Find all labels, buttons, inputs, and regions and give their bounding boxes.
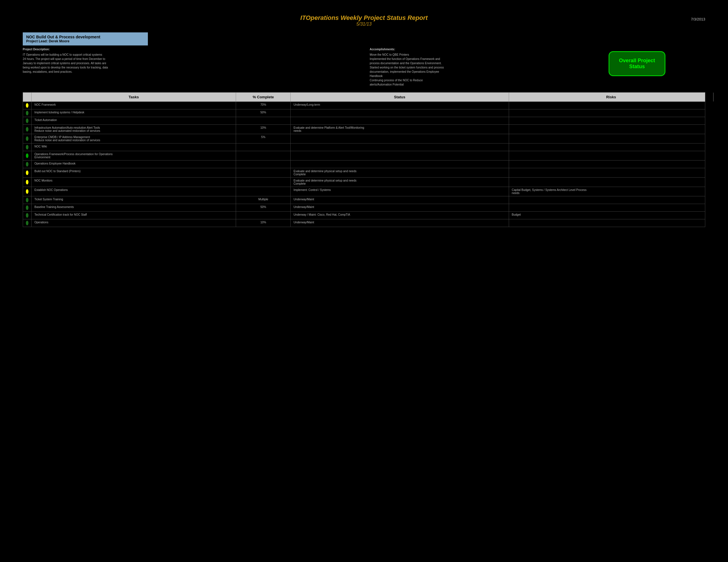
status-dot [26,180,28,185]
task-complete: 5% [236,134,291,143]
indicator-cell [23,134,32,143]
indicator-cell [23,212,32,219]
task-status [291,117,509,125]
page-header: ITOperations Weekly Project Status Repor… [6,6,722,27]
indicator-cell [23,109,32,117]
task-risks [509,161,713,168]
page-subtitle: 5/31/13 [6,22,722,27]
task-status: Underway / Maint- Cisco, Red Hat, CompTI… [291,212,509,219]
indicator-cell [23,102,32,109]
tasks-wrapper: Tasks % Complete Status Risks NOC Framew… [23,92,705,227]
header-risks: Risks [509,93,713,101]
task-complete [236,212,291,219]
tasks-table-header: Tasks % Complete Status Risks [23,92,705,102]
task-status: Evaluate and determine physical setup an… [291,178,509,187]
status-dot [26,154,28,158]
task-name: NOC Framework [32,102,236,109]
task-status: Evaluate and determine Platform & Alert … [291,125,509,134]
page-title: ITOperations Weekly Project Status Repor… [6,14,722,22]
indicator-cell [23,187,32,196]
project-lead-label: Project Lead: [26,39,48,43]
task-status: Evaluate and determine physical setup an… [291,168,509,177]
table-row: Ticket System Training Multiple Underway… [23,196,705,204]
task-risks [509,204,713,212]
task-complete: Multiple [236,196,291,204]
project-lead: Project Lead: Derek Moore [26,39,144,43]
task-complete [236,117,291,125]
task-name: Operations [32,219,236,227]
task-risks [509,117,713,125]
table-row: Establish NOC Operations Implement: Cont… [23,187,705,196]
table-row: Baseline Training Assessments 50% Underw… [23,204,705,212]
task-complete [236,151,291,160]
task-status: Implement: Control / Systems [291,187,509,196]
task-name: NOC Wiki [32,144,236,151]
task-risks [509,125,713,134]
task-name: NOC Monitors [32,178,236,187]
task-complete: 70% [236,102,291,109]
task-name: Technical Certification track for NOC St… [32,212,236,219]
indicator-cell [23,125,32,134]
task-complete: 50% [236,109,291,117]
status-dot [26,136,28,141]
table-row: Operations Framework/Process documentati… [23,151,705,161]
table-row: Technical Certification track for NOC St… [23,212,705,219]
task-complete [236,178,291,187]
indicator-cell [23,178,32,187]
header-tasks: Tasks [32,93,236,101]
content-area: Project Description: IT Operations will … [23,47,705,87]
task-status [291,151,509,160]
task-risks [509,109,713,117]
indicator-cell [23,144,32,151]
status-dot [26,111,28,115]
table-row: NOC Monitors Evaluate and determine phys… [23,178,705,187]
task-name: Operations Employee Handbook [32,161,236,168]
task-complete [236,168,291,177]
status-dot [26,213,28,218]
task-risks [509,196,713,204]
table-row: Operations 10% Underway/Maint [23,219,705,227]
status-dot [26,206,28,210]
project-lead-name: Derek Moore [49,39,69,43]
status-dot [26,221,28,225]
task-status [291,161,509,168]
status-dot [26,198,28,202]
status-dot [26,127,28,132]
table-row: Operations Employee Handbook [23,161,705,168]
description-label: Project Description: [23,47,358,51]
indicator-cell [23,204,32,212]
task-complete [236,187,291,196]
status-dot [26,103,28,108]
task-risks: Budget [509,212,713,219]
task-status [291,144,509,151]
status-dot [26,119,28,123]
table-row: NOC Framework 70% Underway/Long-term [23,102,705,109]
task-name: Infrastructure Automation/Auto-resolutio… [32,125,236,134]
task-risks: Capital Budget, Systems / Systems Archit… [509,187,713,196]
overall-status-badge: Overall Project Status [609,51,665,76]
task-risks [509,168,713,177]
task-name: Implement ticketing systems / Helpdesk [32,109,236,117]
task-name: Build out NOC to Standard (Printers) [32,168,236,177]
task-risks [509,144,713,151]
task-complete: 10% [236,125,291,134]
task-risks [509,178,713,187]
indicator-cell [23,168,32,177]
task-complete: 50% [236,204,291,212]
task-risks [509,134,713,143]
task-name: Ticket Automation [32,117,236,125]
top-right-date: 7/3/2013 [691,17,705,21]
project-title: NOC Build Out & Process development [26,35,144,39]
table-row: Build out NOC to Standard (Printers) Eva… [23,168,705,178]
task-name: Baseline Training Assessments [32,204,236,212]
task-status [291,134,509,143]
task-status: Underway/Maint [291,196,509,204]
indicator-cell [23,161,32,168]
task-status: Underway/Maint [291,204,509,212]
project-description: Project Description: IT Operations will … [23,47,358,87]
table-row: Enterprise CMDB / IP Address Management … [23,134,705,144]
accomplishments-label: Accomplishments: [370,47,705,51]
task-status [291,109,509,117]
header-indicator [23,93,32,101]
status-dot [26,145,28,150]
